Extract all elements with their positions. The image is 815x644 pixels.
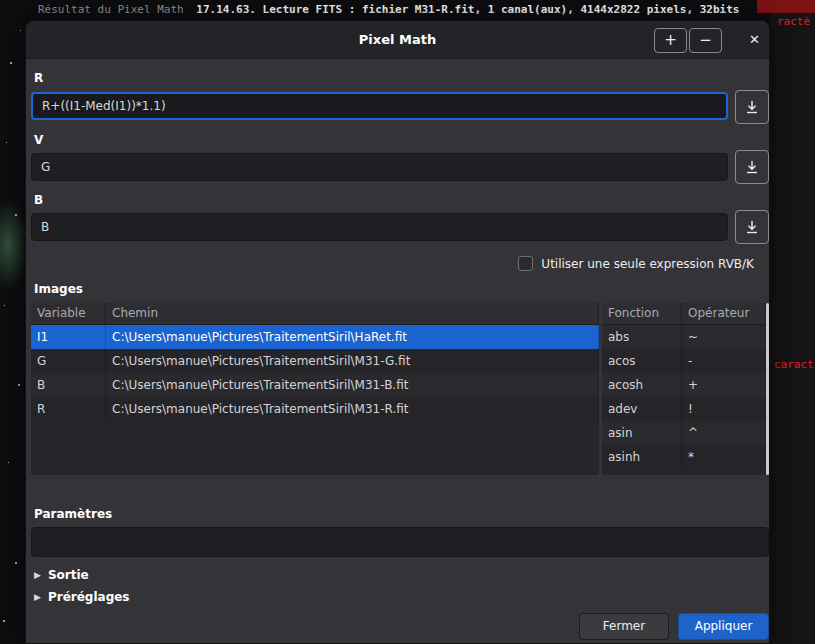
download-icon [745, 160, 759, 174]
parameters-label: Paramètres [34, 507, 112, 521]
cell-operator: * [682, 445, 766, 469]
appliquer-button[interactable]: Appliquer [678, 613, 769, 640]
fermer-button[interactable]: Fermer [579, 613, 669, 640]
channel-b-expression-input[interactable] [31, 213, 728, 241]
table-row[interactable]: G C:\Users\manue\Pictures\TraitementSiri… [31, 349, 599, 373]
parameters-input[interactable] [31, 527, 769, 557]
table-scrollbar[interactable] [766, 303, 769, 475]
download-icon [745, 220, 759, 234]
cell-path: C:\Users\manue\Pictures\TraitementSiril\… [106, 349, 599, 373]
background-text-fragment: caract [774, 358, 814, 371]
table-row[interactable]: B C:\Users\manue\Pictures\TraitementSiri… [31, 373, 599, 397]
star [4, 305, 5, 306]
background-text-fragment: ractè [777, 15, 810, 28]
cell-operator: ^ [682, 421, 766, 445]
add-button[interactable]: + [654, 28, 687, 53]
cell-path: C:\Users\manue\Pictures\TraitementSiril\… [106, 325, 599, 349]
background-right-strip [770, 0, 815, 644]
functions-table: Fonction Opérateur abs ~ acos - acosh + … [602, 303, 766, 475]
background-log: Résultat du Pixel Math 17.14.63. Lecture… [38, 3, 739, 16]
log-prefix: Résultat du Pixel Math [38, 3, 184, 16]
cell-function: acos [602, 349, 682, 373]
column-header-variable[interactable]: Variable [31, 303, 106, 324]
star [18, 384, 20, 386]
single-expression-checkbox[interactable] [518, 256, 533, 271]
functions-table-header: Fonction Opérateur [602, 303, 766, 325]
column-header-chemin[interactable]: Chemin [106, 303, 599, 324]
channel-r-import-button[interactable] [735, 90, 769, 124]
expander-sortie[interactable]: ▶ Sortie [34, 568, 89, 582]
single-expression-row: Utiliser une seule expression RVB/K [518, 256, 754, 271]
table-row[interactable]: R C:\Users\manue\Pictures\TraitementSiri… [31, 397, 599, 421]
screen: Résultat du Pixel Math 17.14.63. Lecture… [0, 0, 815, 644]
cell-path: C:\Users\manue\Pictures\TraitementSiril\… [106, 373, 599, 397]
background-red-badge [757, 0, 815, 13]
expander-prereglages-label: Préréglages [48, 590, 130, 604]
download-icon [745, 100, 759, 114]
images-table-header: Variable Chemin [31, 303, 599, 325]
table-row[interactable]: I1 C:\Users\manue\Pictures\TraitementSir… [31, 325, 599, 349]
pixel-math-dialog: Pixel Math + − ✕ R V B [25, 20, 770, 644]
remove-button[interactable]: − [689, 28, 722, 53]
channel-v-import-button[interactable] [735, 150, 769, 184]
images-table: Variable Chemin I1 C:\Users\manue\Pictur… [31, 303, 599, 475]
cell-operator: ~ [682, 325, 766, 349]
cell-operator: - [682, 349, 766, 373]
channel-v-expression-input[interactable] [31, 153, 728, 181]
cell-function: adev [602, 397, 682, 421]
cell-variable: B [31, 373, 106, 397]
star [6, 142, 7, 143]
channel-r-label: R [34, 71, 43, 85]
close-dialog-button[interactable]: ✕ [738, 28, 771, 53]
cell-variable: I1 [31, 325, 106, 349]
cell-operator: ! [682, 397, 766, 421]
channel-b-import-button[interactable] [735, 210, 769, 244]
star [15, 214, 17, 216]
cell-function: acosh [602, 373, 682, 397]
function-row[interactable]: asinh * [602, 445, 766, 469]
cell-function: abs [602, 325, 682, 349]
cell-variable: G [31, 349, 106, 373]
dialog-header: Pixel Math + − ✕ [26, 21, 769, 59]
column-header-fonction[interactable]: Fonction [602, 303, 682, 324]
star [20, 30, 21, 31]
cell-function: asinh [602, 445, 682, 469]
star [10, 62, 12, 64]
channel-v-label: V [34, 133, 43, 147]
single-expression-label: Utiliser une seule expression RVB/K [541, 257, 754, 271]
images-label: Images [34, 282, 83, 296]
star [15, 562, 17, 564]
expander-prereglages[interactable]: ▶ Préréglages [34, 590, 130, 604]
minus-icon: − [699, 31, 712, 49]
channel-b-label: B [34, 193, 43, 207]
star [8, 462, 9, 463]
plus-icon: + [664, 31, 677, 49]
function-row[interactable]: acos - [602, 349, 766, 373]
function-row[interactable]: adev ! [602, 397, 766, 421]
star [3, 620, 5, 622]
function-row[interactable]: asin ^ [602, 421, 766, 445]
column-header-operateur[interactable]: Opérateur [682, 303, 766, 324]
chevron-right-icon: ▶ [34, 592, 41, 602]
function-row[interactable]: abs ~ [602, 325, 766, 349]
chevron-right-icon: ▶ [34, 570, 41, 580]
expander-sortie-label: Sortie [48, 568, 89, 582]
channel-r-expression-input[interactable] [31, 92, 728, 120]
cell-operator: + [682, 373, 766, 397]
cell-function: asin [602, 421, 682, 445]
cell-variable: R [31, 397, 106, 421]
close-icon: ✕ [749, 32, 760, 47]
function-row[interactable]: acosh + [602, 373, 766, 397]
log-line: 17.14.63. Lecture FITS : fichier M31-R.f… [196, 3, 739, 16]
cell-path: C:\Users\manue\Pictures\TraitementSiril\… [106, 397, 599, 421]
